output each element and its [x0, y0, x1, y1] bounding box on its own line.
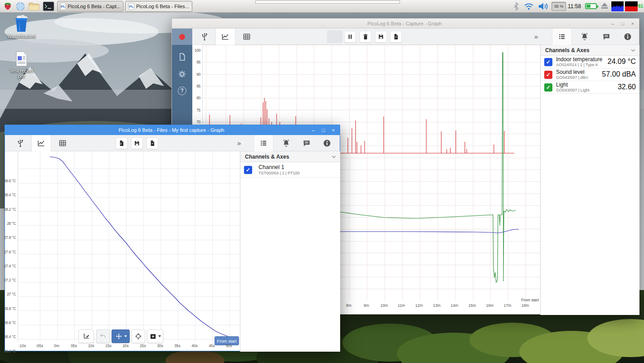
- eject-button[interactable]: [601, 3, 608, 9]
- clock[interactable]: 11:58: [568, 3, 581, 10]
- wastebasket-label: Wastebasket: [5, 34, 37, 39]
- panel-tab-alarms[interactable]: [277, 135, 295, 151]
- wastebasket-icon: [14, 15, 29, 33]
- close-button[interactable]: ×: [331, 125, 336, 135]
- from-start-label: From start: [217, 339, 236, 344]
- panel-tab-annotations[interactable]: [298, 135, 316, 151]
- panel-tab-info[interactable]: [318, 135, 336, 151]
- save-button[interactable]: [131, 137, 143, 149]
- capture-titlebar[interactable]: PicoLog 6 Beta - Capture - Graph – □ ×: [172, 19, 639, 29]
- tab-devices[interactable]: [11, 135, 29, 151]
- delete-capture-button[interactable]: [360, 31, 371, 43]
- minimize-button[interactable]: –: [610, 19, 615, 29]
- settings-gear-icon[interactable]: [177, 69, 187, 79]
- list-icon: [557, 33, 566, 41]
- y-tick: 27.2 °C: [4, 278, 16, 282]
- pause-button[interactable]: [344, 31, 356, 43]
- files-titlebar[interactable]: PicoLog 6 Beta - Files - My first captur…: [5, 125, 340, 135]
- capture-window-title: PicoLog 6 Beta - Capture - Graph: [199, 21, 610, 26]
- x-tick: 05s: [67, 344, 81, 348]
- tab-table[interactable]: [53, 135, 72, 151]
- file-icon: [118, 140, 125, 147]
- close-button[interactable]: ×: [630, 19, 635, 29]
- x-axis-mode-label[interactable]: From start: [510, 298, 539, 302]
- channels-axes-header[interactable]: Channels & Axes: [240, 151, 340, 162]
- x-tick: 8m: [342, 303, 356, 308]
- export-file-icon: [149, 140, 156, 147]
- maximize-button[interactable]: □: [321, 125, 326, 135]
- channel-row-light: ✓ Light GO043/007 | Light 32.60: [541, 81, 639, 94]
- browser-launcher[interactable]: [15, 1, 25, 11]
- channel-checkbox[interactable]: ✓: [244, 166, 252, 174]
- cpu-usage-label: 36 %: [554, 4, 564, 9]
- channel-checkbox[interactable]: ✓: [544, 71, 552, 79]
- capture-settings-doc-icon[interactable]: [177, 52, 187, 62]
- more-tools-button[interactable]: »: [237, 139, 241, 147]
- battery-fill: [586, 5, 590, 8]
- cpu-history-graph-icon: [611, 1, 624, 11]
- channels-axes-header[interactable]: Channels & Axes: [541, 45, 639, 56]
- x-tick: 50s: [222, 344, 236, 348]
- eject-icon-bar: [601, 7, 608, 9]
- edit-axes-icon: [82, 332, 90, 340]
- tab-devices[interactable]: [195, 29, 214, 45]
- record-icon: [179, 34, 185, 40]
- tab-table[interactable]: [237, 29, 256, 45]
- pan-mode-button[interactable]: [112, 329, 130, 343]
- x-tick: -05s: [33, 344, 46, 348]
- y-tick: 80: [196, 96, 200, 100]
- desktop-icon-wastebasket[interactable]: Wastebasket: [5, 15, 37, 39]
- export-file-icon: [392, 33, 400, 40]
- taskbar-window-files[interactable]: PL PicoLog 6 Beta - Files...: [125, 1, 192, 12]
- add-annotation-button[interactable]: [147, 329, 163, 343]
- taskbar-window-files-label: PicoLog 6 Beta - Files...: [136, 4, 189, 9]
- pause-icon: [346, 33, 354, 40]
- channel-checkbox[interactable]: ✓: [544, 83, 552, 92]
- thermal-widget-level: [625, 6, 638, 11]
- file-manager-launcher[interactable]: [28, 1, 40, 11]
- open-file-button[interactable]: [116, 137, 127, 149]
- x-tick: 0m: [50, 344, 63, 348]
- clock-text: 11:58: [568, 3, 581, 10]
- menu-button[interactable]: [3, 1, 13, 11]
- export-button[interactable]: [146, 137, 158, 149]
- y-tick: 27 °C: [7, 292, 16, 296]
- y-tick: 27.8 °C: [4, 235, 16, 240]
- y-tick: 27.6 °C: [4, 250, 16, 254]
- terminal-launcher[interactable]: [43, 1, 54, 11]
- channel-row-sound-level: ✓ Sound level GO043/007 | dBA 57.00 dBA: [541, 68, 639, 81]
- taskbar-window-capture[interactable]: PL PicoLog 6 Beta - Capt...: [57, 1, 123, 12]
- maximize-button[interactable]: □: [620, 19, 625, 29]
- crosshair-icon: [134, 332, 142, 340]
- export-button[interactable]: [390, 31, 402, 43]
- more-tools-button[interactable]: »: [534, 33, 538, 40]
- tab-graph[interactable]: [215, 29, 235, 45]
- wifi-status[interactable]: [523, 2, 534, 10]
- files-graph-plot[interactable]: [18, 151, 240, 342]
- panel-tab-channels[interactable]: [552, 29, 572, 45]
- minimize-button[interactable]: –: [311, 125, 316, 135]
- channel-checkbox[interactable]: ✓: [544, 58, 552, 66]
- crosshair-mode-button[interactable]: [132, 329, 145, 343]
- panel-tab-channels[interactable]: [254, 135, 273, 151]
- help-button[interactable]: ?: [178, 87, 186, 95]
- edit-axes-button[interactable]: [78, 329, 94, 343]
- undo-zoom-button[interactable]: [96, 329, 110, 343]
- channel-detail: GO043/007 | dBA: [556, 75, 588, 80]
- net-speed-label: 61: [638, 4, 643, 9]
- tab-graph[interactable]: [31, 135, 51, 151]
- volume-control[interactable]: [538, 2, 550, 11]
- record-button[interactable]: [172, 29, 192, 45]
- annotation-caret-icon: [158, 335, 161, 337]
- taskbar-window-capture-label: PicoLog 6 Beta - Capt...: [68, 4, 121, 9]
- bluetooth-status[interactable]: [512, 2, 520, 11]
- battery-tip: [597, 5, 598, 8]
- speaker-icon: [538, 2, 550, 11]
- pan-arrows-icon: [115, 332, 123, 340]
- panel-tab-alarms[interactable]: [576, 29, 594, 45]
- panel-tab-annotations[interactable]: [597, 29, 615, 45]
- desktop-icon-test-report[interactable]: Test report pdf: [5, 51, 37, 79]
- save-button[interactable]: [375, 31, 387, 43]
- usb-icon: [200, 32, 209, 41]
- panel-tab-info[interactable]: [619, 29, 637, 45]
